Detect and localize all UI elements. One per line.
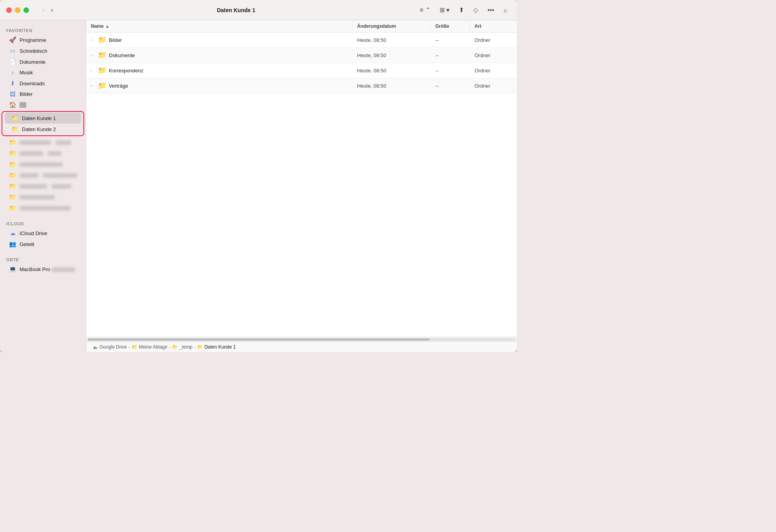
sidebar-item-home[interactable]: 🏠 ██: [2, 99, 83, 110]
sidebar-item-label: Geteilt: [20, 241, 34, 247]
breadcrumb-item-ablage[interactable]: 📁 Meine Ablage: [132, 344, 168, 350]
icloud-label: iCloud: [0, 218, 86, 228]
blurred-item-3[interactable]: 📁: [2, 159, 83, 170]
search-button[interactable]: ⌕: [500, 5, 511, 16]
sidebar-item-daten-kunde-1[interactable]: 📁 Daten Kunde 1: [5, 113, 81, 124]
folder-icon: 📁: [98, 66, 106, 75]
blurred-item-5[interactable]: 📁: [2, 181, 83, 192]
file-date-korrespondenz: Heute, 08:50: [352, 65, 431, 77]
sidebar-item-label: Musik: [20, 70, 33, 75]
breadcrumb-bar: Google Drive › 📁 Meine Ablage › 📁 _temp …: [86, 341, 517, 352]
sidebar-item-bilder[interactable]: 🖼 Bilder: [2, 89, 83, 99]
icloud-drive-icon: ☁: [9, 230, 16, 237]
file-row-dokumente[interactable]: › 📁 Dokumente Heute, 08:50 -- Ordner: [86, 48, 517, 63]
schreibtisch-icon: ▭: [9, 47, 16, 54]
minimize-button[interactable]: [15, 7, 20, 13]
sidebar-item-programme[interactable]: 🚀 Programme: [2, 34, 83, 45]
sidebar-item-daten-kunde-2[interactable]: 📁 Daten Kunde 2: [5, 124, 81, 135]
toolbar-actions: ≡ ⌃ ⊞ ▾ ⬆ ◇ ••• ⌕: [417, 4, 511, 16]
chevron-icon: ›: [91, 53, 96, 58]
file-row-vertraege[interactable]: › 📁 Verträge Heute, 08:50 -- Ordner: [86, 78, 517, 93]
grid-view-button[interactable]: ⊞ ▾: [437, 4, 453, 16]
breadcrumb-item-temp[interactable]: 📁 _temp: [172, 344, 192, 350]
col-header-kind[interactable]: Art: [470, 20, 517, 32]
list-view-button[interactable]: ≡ ⌃: [417, 4, 433, 16]
breadcrumb-sep-1: ›: [128, 345, 130, 349]
blurred-label-5: [20, 184, 47, 189]
nav-buttons: ‹ ›: [40, 4, 56, 16]
col-header-date[interactable]: Änderungsdatum: [352, 20, 431, 32]
orte-label: Orte: [0, 254, 86, 264]
more-button[interactable]: •••: [484, 5, 497, 16]
file-date-bilder: Heute, 08:50: [352, 34, 431, 46]
blurred-label-2b: [48, 151, 61, 156]
close-button[interactable]: [6, 7, 12, 13]
column-headers: Name ▲ Änderungsdatum Größe Art: [86, 20, 517, 32]
sidebar-item-label: Daten Kunde 1: [22, 115, 56, 121]
blurred-label-6: [20, 195, 55, 200]
geteilt-icon: 👥: [9, 241, 16, 248]
file-kind-vertraege: Ordner: [470, 80, 517, 92]
forward-button[interactable]: ›: [49, 4, 56, 16]
file-name-dokumente: › 📁 Dokumente: [86, 48, 352, 63]
sidebar-item-label: Programme: [20, 37, 46, 43]
tag-button[interactable]: ◇: [470, 4, 481, 16]
folder-icon-blurred-1: 📁: [9, 139, 16, 146]
horizontal-scrollbar[interactable]: [86, 337, 517, 341]
folder-icon-blurred-5: 📁: [9, 183, 16, 190]
blurred-label-4: [20, 173, 38, 178]
sidebar-item-label: Bilder: [20, 91, 32, 97]
folder-icon-blurred-6: 📁: [9, 194, 16, 201]
blurred-item-6[interactable]: 📁: [2, 192, 83, 203]
blurred-item-4[interactable]: 📁: [2, 170, 83, 181]
macbook-icon: 💻: [9, 266, 16, 273]
file-row-korrespondenz[interactable]: › 📁 Korrespondenz Heute, 08:50 -- Ordner: [86, 63, 517, 78]
folder-icon: 📁: [98, 81, 106, 90]
scrollbar-track: [88, 338, 515, 341]
file-date-dokumente: Heute, 08:50: [352, 49, 431, 61]
col-header-name[interactable]: Name ▲: [86, 20, 352, 32]
breadcrumb-item-current[interactable]: 📁 Daten Kunde 1: [197, 344, 236, 350]
blurred-item-1[interactable]: 📁: [2, 137, 83, 148]
blurred-label-4b: [43, 173, 77, 178]
sidebar-item-musik[interactable]: ♪ Musik: [2, 67, 83, 78]
favorites-label: Favoriten: [0, 25, 86, 34]
home-icon: 🏠: [9, 101, 16, 108]
folder-icon-temp: 📁: [172, 344, 178, 350]
musik-icon: ♪: [9, 69, 16, 76]
file-kind-dokumente: Ordner: [470, 49, 517, 61]
downloads-icon: ⬇: [9, 80, 16, 87]
file-pane: Name ▲ Änderungsdatum Größe Art ›: [86, 20, 517, 352]
sidebar-item-icloud-drive[interactable]: ☁ iCloud Drive: [2, 228, 83, 239]
maximize-button[interactable]: [23, 7, 29, 13]
programme-icon: 🚀: [9, 36, 16, 43]
share-icon: ⬆: [459, 6, 464, 14]
breadcrumb-sep-3: ›: [194, 345, 195, 349]
col-header-size[interactable]: Größe: [431, 20, 470, 32]
sidebar-item-geteilt[interactable]: 👥 Geteilt: [2, 239, 83, 250]
traffic-lights: [6, 7, 29, 13]
sidebar-item-label: ██: [20, 102, 26, 108]
file-row-bilder[interactable]: › 📁 Bilder Heute, 08:50 -- Ordner: [86, 32, 517, 48]
main-content: Favoriten 🚀 Programme ▭ Schreibtisch 📄 D…: [0, 20, 517, 352]
breadcrumb-item-gdrive[interactable]: Google Drive: [92, 344, 127, 350]
sidebar-item-label: Dokumente: [20, 59, 45, 65]
sidebar-item-downloads[interactable]: ⬇ Downloads: [2, 78, 83, 89]
scrollbar-thumb: [88, 338, 430, 341]
sidebar-item-dokumente[interactable]: 📄 Dokumente: [2, 56, 83, 67]
sidebar-item-schreibtisch[interactable]: ▭ Schreibtisch: [2, 45, 83, 56]
breadcrumb-current-label: Daten Kunde 1: [204, 344, 236, 350]
blurred-label-1: [20, 140, 51, 145]
sidebar-item-label: Downloads: [20, 81, 45, 86]
sidebar-item-label: Daten Kunde 2: [22, 126, 56, 132]
blurred-item-7[interactable]: 📁: [2, 203, 83, 214]
sidebar-item-macbook-pro[interactable]: 💻 MacBook Pro: [2, 264, 83, 275]
back-button[interactable]: ‹: [40, 4, 47, 16]
finder-window: ‹ › Daten Kunde 1 ≡ ⌃ ⊞ ▾ ⬆ ◇ ••• ⌕: [0, 0, 517, 352]
blurred-label-5b: [52, 184, 71, 189]
blurred-item-2[interactable]: 📁: [2, 148, 83, 159]
bilder-icon: 🖼: [9, 91, 16, 97]
folder-icon-ablage: 📁: [132, 344, 137, 350]
share-button[interactable]: ⬆: [456, 4, 467, 16]
breadcrumb-temp-label: _temp: [179, 344, 192, 350]
